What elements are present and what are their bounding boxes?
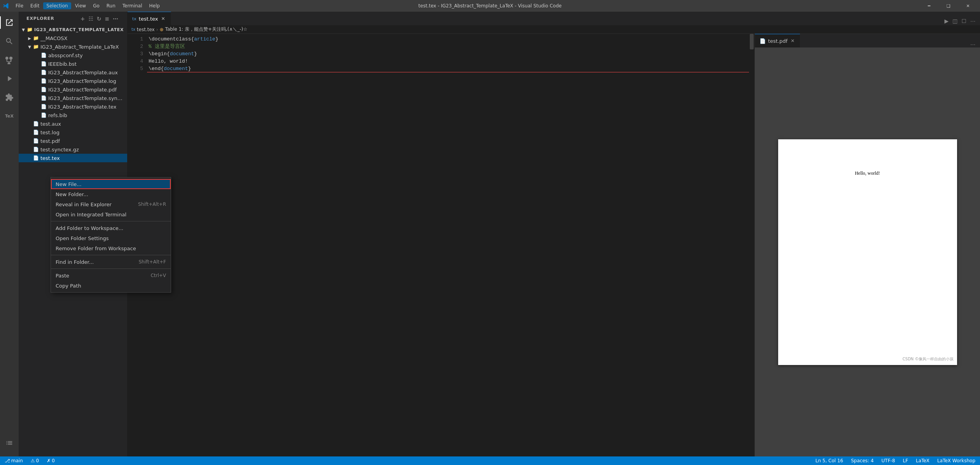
context-sep-2: [51, 255, 171, 255]
reveal-label: Reveal in File Explorer: [56, 202, 112, 207]
context-item-paste[interactable]: Paste Ctrl+V: [51, 270, 171, 281]
reveal-shortcut: Shift+Alt+R: [138, 202, 166, 207]
context-sep-3: [51, 268, 171, 269]
context-item-new-folder[interactable]: New Folder...: [51, 189, 171, 199]
find-folder-label: Find in Folder...: [56, 259, 94, 265]
context-menu: New File... New Folder... Reveal in File…: [51, 177, 171, 293]
find-folder-shortcut: Shift+Alt+F: [138, 259, 166, 265]
new-file-label: New File...: [56, 181, 82, 187]
context-item-remove-folder[interactable]: Remove Folder from Workspace: [51, 243, 171, 253]
paste-shortcut: Ctrl+V: [150, 273, 166, 278]
context-item-reveal[interactable]: Reveal in File Explorer Shift+Alt+R: [51, 199, 171, 209]
context-item-add-folder[interactable]: Add Folder to Workspace...: [51, 223, 171, 233]
context-sep-1: [51, 221, 171, 221]
context-menu-overlay: New File... New Folder... Reveal in File…: [0, 0, 980, 465]
context-item-new-file[interactable]: New File...: [51, 179, 171, 189]
context-item-find-folder[interactable]: Find in Folder... Shift+Alt+F: [51, 257, 171, 267]
context-item-copy-path[interactable]: Copy Path: [51, 281, 171, 291]
remove-folder-label: Remove Folder from Workspace: [56, 246, 136, 251]
copy-path-label: Copy Path: [56, 283, 81, 289]
context-item-terminal[interactable]: Open in Integrated Terminal: [51, 209, 171, 219]
add-folder-label: Add Folder to Workspace...: [56, 225, 123, 231]
paste-label: Paste: [56, 273, 69, 279]
context-item-folder-settings[interactable]: Open Folder Settings: [51, 233, 171, 243]
terminal-label: Open in Integrated Terminal: [56, 212, 126, 218]
folder-settings-label: Open Folder Settings: [56, 235, 108, 241]
new-folder-label: New Folder...: [56, 191, 88, 197]
